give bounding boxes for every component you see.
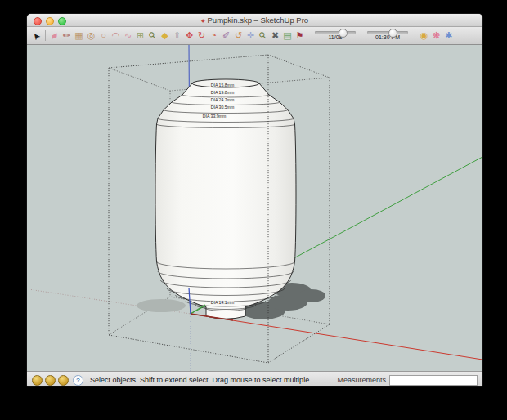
close-button[interactable] — [34, 17, 42, 25]
dia-label-base: DIA 14.1mm — [211, 300, 235, 305]
offset-tool-icon[interactable]: ◔ — [208, 29, 220, 42]
dia-label-3: DIA 24.7mm — [211, 97, 235, 102]
help-button[interactable]: ? — [73, 375, 83, 386]
tape-measure-tool-icon[interactable]: ✐ — [220, 29, 232, 42]
zoom-button[interactable] — [58, 17, 66, 25]
model-info-tool-icon[interactable]: ✱ — [442, 29, 455, 42]
dia-label-2: DIA 19.8mm — [211, 90, 235, 95]
gold-coin-icon-1[interactable] — [32, 375, 43, 386]
line-tool-icon[interactable]: ✏ — [61, 29, 73, 42]
measurements-input[interactable] — [389, 375, 478, 386]
shadow-time-slider-track[interactable] — [367, 31, 408, 34]
viewport[interactable]: DIA 15.8mm DIA 19.8mm DIA 24.7mm DIA 30.… — [27, 45, 482, 371]
push-pull-tool-icon[interactable]: ⇧ — [171, 29, 183, 42]
shadow-time-slider-thumb[interactable] — [388, 29, 397, 38]
rectangle-tool-icon[interactable]: ▦ — [73, 29, 85, 42]
status-bar: ? Select objects. Shift to extend select… — [27, 371, 482, 386]
shadow-date-slider-track[interactable] — [315, 31, 356, 34]
title-bar[interactable]: ◆ Pumpkin.skp – SketchUp Pro — [27, 14, 482, 27]
circle-tool-icon[interactable]: ◎ — [85, 29, 97, 42]
shadow-time-slider[interactable]: 01:30 PM — [365, 31, 411, 40]
gold-coin-icon-2[interactable] — [45, 375, 56, 386]
section-plane-tool-icon[interactable]: ▤ — [281, 29, 294, 42]
viewport-canvas[interactable]: DIA 15.8mm DIA 19.8mm DIA 24.7mm DIA 30.… — [27, 45, 482, 371]
move-tool-icon[interactable]: ✥ — [183, 29, 195, 42]
add-location-tool-icon[interactable]: ⚑ — [294, 29, 306, 42]
sketchup-window: ◆ Pumpkin.skp – SketchUp Pro ➤ ▰✏▦◎○◠∿⊞⚲… — [27, 14, 482, 386]
select-tool-icon[interactable]: ➤ — [27, 27, 46, 45]
dia-label-1: DIA 15.8mm — [211, 83, 235, 87]
gold-coin-icon-3[interactable] — [58, 375, 69, 386]
window-title: Pumpkin.skp – SketchUp Pro — [208, 16, 309, 25]
freehand-tool-icon[interactable]: ∿ — [122, 29, 134, 42]
minimize-button[interactable] — [46, 17, 54, 25]
orbit-tool-icon[interactable]: ↺ — [232, 29, 245, 42]
rotate-tool-icon[interactable]: ↻ — [195, 29, 208, 42]
status-hint: Select objects. Shift to extend select. … — [90, 376, 312, 384]
document-proxy-icon: ◆ — [201, 18, 205, 23]
shadow-date-slider-thumb[interactable] — [339, 29, 348, 38]
traffic-lights — [34, 17, 66, 25]
measurements-label: Measurements — [337, 376, 386, 384]
arc-tool-icon[interactable]: ◠ — [110, 29, 122, 42]
dia-label-5: DIA 33.9mm — [203, 114, 227, 118]
polygon-tool-icon[interactable]: ○ — [97, 29, 110, 42]
dia-label-4: DIA 30.5mm — [211, 105, 235, 109]
pumpkin-model[interactable]: DIA 15.8mm DIA 19.8mm DIA 24.7mm DIA 30.… — [155, 79, 296, 319]
get-models-tool-icon[interactable]: ◉ — [418, 29, 430, 42]
toolbar: ➤ ▰✏▦◎○◠∿⊞⚲◆⇧✥↻◔✐↺✛⚲✖▤⚑ 11/08 01:30 PM ◉… — [27, 27, 482, 45]
soft-shadow — [137, 299, 186, 312]
screen: ◆ Pumpkin.skp – SketchUp Pro ➤ ▰✏▦◎○◠∿⊞⚲… — [0, 0, 507, 420]
vessel-body[interactable] — [155, 83, 296, 319]
window-title-group: ◆ Pumpkin.skp – SketchUp Pro — [201, 16, 308, 25]
shadow-date-slider[interactable]: 11/08 — [312, 31, 358, 40]
share-model-tool-icon[interactable]: ❋ — [430, 29, 442, 42]
shadow-blob-4 — [298, 289, 325, 302]
